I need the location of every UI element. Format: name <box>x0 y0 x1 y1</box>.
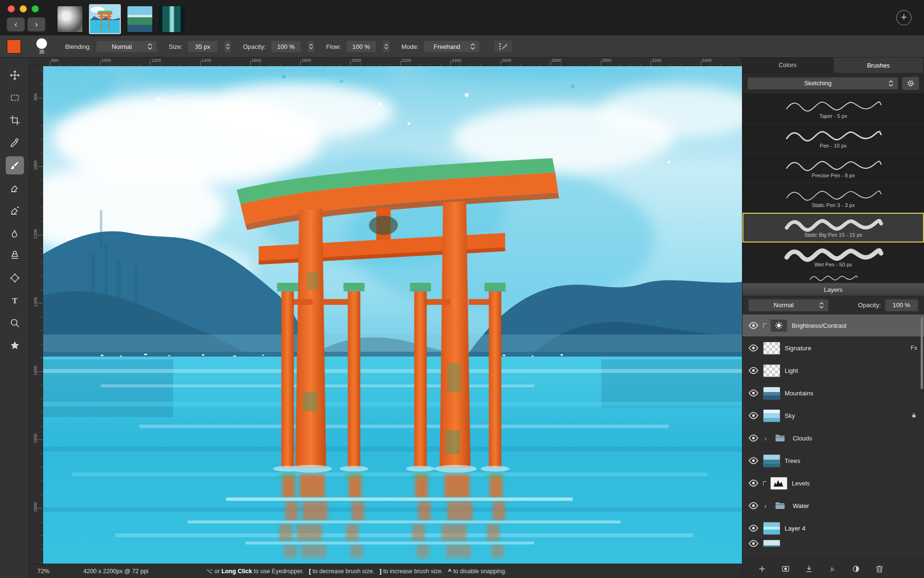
expand-chevron-icon[interactable]: › <box>763 502 768 510</box>
histogram-icon <box>773 479 785 487</box>
panel-tabs: Colors Brushes <box>742 58 924 73</box>
brush-settings-button[interactable] <box>902 77 919 90</box>
fx-badge[interactable]: Fx <box>911 345 917 351</box>
layer-row-brightness-contrast[interactable]: Brightness/Contrast <box>742 314 924 337</box>
opacity-stepper[interactable] <box>308 40 315 53</box>
add-mask-button[interactable] <box>780 564 791 574</box>
color-picker-tool-button[interactable] <box>6 134 24 152</box>
adjustment-button[interactable] <box>851 564 861 574</box>
stabilizer-button[interactable] <box>493 40 513 53</box>
layers-scrollbar[interactable] <box>921 317 923 389</box>
size-input[interactable]: 35 px <box>187 40 218 53</box>
visibility-eye-icon[interactable] <box>748 389 759 397</box>
brush-item[interactable]: Precise Pen - 8 px <box>742 153 924 183</box>
expand-chevron-icon[interactable]: › <box>763 434 768 442</box>
merge-import-button[interactable] <box>804 564 814 574</box>
tab-colors[interactable]: Colors <box>742 58 833 73</box>
hint-text: ^ <box>448 568 451 575</box>
size-stepper[interactable] <box>224 40 231 53</box>
doc-tab-4[interactable] <box>159 6 184 32</box>
delete-layer-button[interactable] <box>874 564 885 574</box>
doc-tab-3[interactable] <box>127 6 152 32</box>
layer-row-water-group[interactable]: › Water <box>742 495 924 517</box>
move-tool-button[interactable] <box>6 66 24 84</box>
layer-thumbnail[interactable] <box>763 387 780 400</box>
layer-row-signature[interactable]: Signature Fx <box>742 337 924 359</box>
layer-blend-dropdown[interactable]: Normal <box>748 299 829 312</box>
flow-stepper[interactable] <box>383 40 390 53</box>
brush-item[interactable]: Pen - 10 px <box>742 124 924 153</box>
layer-row-levels[interactable]: Levels <box>742 472 924 495</box>
opacity-input[interactable]: 100 % <box>271 40 301 53</box>
tab-brushes[interactable]: Brushes <box>833 58 924 73</box>
layer-thumbnail[interactable] <box>763 454 780 467</box>
layer-thumbnail[interactable] <box>763 540 780 547</box>
visibility-eye-icon[interactable] <box>748 367 759 374</box>
layer-row-trees[interactable]: Trees <box>742 450 924 472</box>
layer-thumbnail[interactable] <box>763 342 780 355</box>
group-folder-icon[interactable] <box>771 499 788 512</box>
new-document-button[interactable]: + <box>896 10 912 25</box>
ruler-label: 800 <box>50 58 58 63</box>
adjustment-thumbnail[interactable] <box>770 319 787 332</box>
brush-item[interactable] <box>742 272 924 283</box>
visibility-eye-icon[interactable] <box>748 457 759 464</box>
layer-row-light[interactable]: Light <box>742 359 924 382</box>
layer-opacity-input[interactable]: 100 % <box>885 299 918 312</box>
visibility-eye-icon[interactable] <box>748 322 759 329</box>
clone-stamp-tool-button[interactable] <box>6 246 24 265</box>
brush-item[interactable]: Static Pen 3 - 3 px <box>742 183 924 213</box>
canvas[interactable] <box>43 66 742 564</box>
layer-thumbnail[interactable] <box>763 522 780 535</box>
brush-item[interactable]: Wet Pen - 50 px <box>742 243 924 272</box>
layer-row-mountains[interactable]: Mountains <box>742 382 924 405</box>
favorites-tool-button[interactable] <box>6 336 24 355</box>
layer-row-layer4[interactable]: Layer 4 <box>742 517 924 540</box>
close-button[interactable] <box>8 5 15 12</box>
layer-thumbnail[interactable] <box>763 409 780 422</box>
layer-row-clouds-group[interactable]: › Clouds <box>742 427 924 450</box>
doc-tab-2-active[interactable] <box>89 4 121 34</box>
visibility-eye-icon[interactable] <box>748 479 759 487</box>
visibility-eye-icon[interactable] <box>748 502 759 509</box>
crop-tool-button[interactable] <box>6 111 24 129</box>
blending-dropdown[interactable]: Normal <box>96 40 157 53</box>
adjustment-thumbnail[interactable] <box>770 477 787 490</box>
visibility-eye-icon[interactable] <box>748 434 759 442</box>
brush-category-dropdown[interactable]: Sketching <box>747 77 898 90</box>
ruler-label: 800 <box>33 90 38 104</box>
layer-thumbnail[interactable] <box>763 364 780 377</box>
text-tool-button[interactable]: T <box>6 291 24 310</box>
color-swatch[interactable] <box>7 39 21 54</box>
visibility-eye-icon[interactable] <box>748 412 759 419</box>
brush-item[interactable]: Taper - 5 px <box>742 94 924 124</box>
marquee-select-tool-button[interactable] <box>6 89 24 107</box>
visibility-eye-icon[interactable] <box>748 344 759 352</box>
fullscreen-button[interactable] <box>32 5 39 12</box>
chevron-updown-icon <box>146 43 154 50</box>
layer-row-partial[interactable] <box>742 540 924 547</box>
zoom-tool-button[interactable] <box>6 314 24 332</box>
forward-button[interactable]: › <box>27 17 46 32</box>
add-layer-button[interactable] <box>757 564 767 574</box>
flow-input[interactable]: 100 % <box>346 40 376 53</box>
smudge-tool-button[interactable] <box>6 224 24 242</box>
brush-preview[interactable]: 35 <box>36 38 47 55</box>
layer-effects-button[interactable]: fx <box>827 564 838 574</box>
mode-dropdown[interactable]: Freehand <box>423 40 480 53</box>
back-button[interactable]: ‹ <box>7 17 25 32</box>
paint-brush-tool-button[interactable] <box>6 156 24 174</box>
hint-text: ⌥ or <box>206 568 221 575</box>
blending-value: Normal <box>101 43 142 50</box>
brush-item-selected[interactable]: Static Big Pen 15 - 15 px <box>742 213 924 243</box>
background-eraser-tool-button[interactable] <box>6 201 24 220</box>
group-folder-icon[interactable] <box>771 432 788 445</box>
layer-row-sky[interactable]: Sky <box>742 405 924 427</box>
eraser-tool-button[interactable] <box>6 179 24 197</box>
visibility-eye-icon[interactable] <box>748 540 759 547</box>
mesh-warp-tool-button[interactable] <box>6 269 24 287</box>
chevron-updown-icon <box>469 43 477 50</box>
doc-tab-1[interactable] <box>57 6 82 32</box>
minimize-button[interactable] <box>20 5 27 12</box>
visibility-eye-icon[interactable] <box>748 524 759 532</box>
